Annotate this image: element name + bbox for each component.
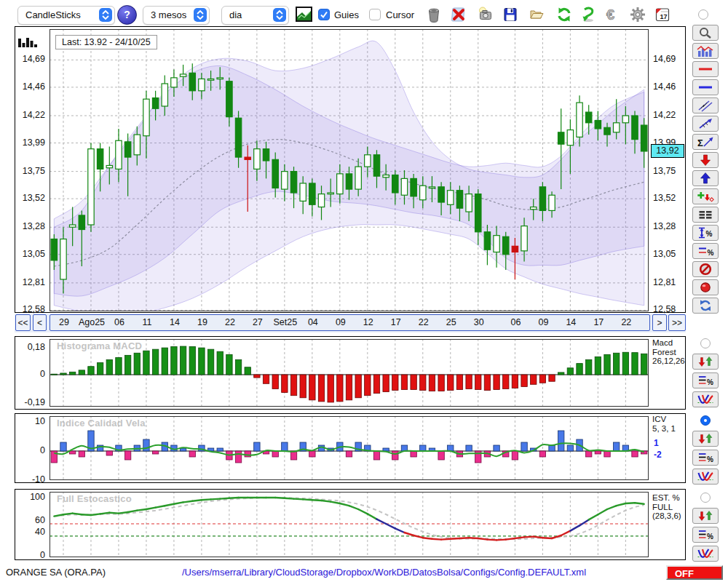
price-tick: 13,28 (23, 221, 45, 231)
macd-tick: -0,19 (25, 397, 46, 407)
macd-updown-arrows-button[interactable] (692, 354, 719, 370)
date-tick: 22 (225, 317, 235, 327)
settings-gear-icon[interactable] (629, 6, 646, 23)
date-tick: 12 (363, 317, 373, 327)
row-list-button[interactable] (692, 207, 719, 223)
zoom-icon (697, 26, 714, 39)
icv-value-1: 1 (654, 438, 659, 448)
scroll-next-button[interactable]: > (652, 314, 667, 331)
macd-lines-percent-3-button[interactable]: % (692, 372, 719, 388)
chart-type-select[interactable]: CandleSticks (17, 6, 115, 25)
stochastic-axis: 10060400 (16, 492, 47, 557)
up-arrow-icon (697, 172, 714, 185)
main-chart-plot[interactable] (50, 29, 649, 311)
current-price-tag: 13,92 (651, 144, 684, 158)
guies-checkbox[interactable] (318, 9, 330, 20)
symbol-label: ORANGE SA (ORA.PA) (6, 567, 106, 578)
mini-chart-icon[interactable] (296, 7, 313, 24)
indicator-stats-button[interactable] (692, 43, 719, 59)
sum-trend-button[interactable]: Σ (692, 134, 719, 150)
blue-horizontal-line-button[interactable] (692, 79, 719, 95)
stochastic-plot[interactable] (50, 492, 649, 557)
up-arrow-button[interactable] (692, 170, 719, 186)
period-value: 3 mesos (151, 9, 186, 20)
updown-arrows-icon (697, 355, 714, 368)
red-horizontal-line-button[interactable] (692, 61, 719, 77)
save-floppy-icon[interactable] (502, 6, 519, 23)
price-tick: 13,52 (653, 193, 676, 203)
price-tick: 13,28 (653, 221, 676, 231)
icv-lines-percent-3-button[interactable]: % (692, 450, 719, 466)
interval-select[interactable]: dia (221, 6, 289, 25)
toolbar-radio[interactable] (698, 9, 708, 20)
macd-panel-radio[interactable] (700, 338, 711, 348)
stoch-updown-arrows-button[interactable] (692, 508, 719, 524)
trend-arrow-button[interactable] (692, 116, 719, 132)
disable-icon (697, 263, 714, 276)
date-tick: Set25 (274, 317, 298, 327)
macd-oscillator-curve-button[interactable] (692, 391, 719, 407)
macd-tick: 0 (40, 369, 45, 379)
price-tick: 13,75 (23, 166, 45, 176)
refresh-icon[interactable] (555, 6, 573, 23)
date-tick: 17 (391, 317, 401, 327)
config-path-label: /Users/mserra/Library/CloudStorage/Dropb… (109, 567, 659, 578)
date-tick: 11 (142, 317, 151, 327)
scroll-first-button[interactable]: << (15, 314, 31, 331)
snapshot-camera-icon[interactable] (477, 6, 494, 23)
date-tick: 22 (621, 317, 631, 327)
stoch-lines-percent-3-button[interactable]: % (692, 527, 719, 543)
lines-percent-icon: % (697, 244, 714, 258)
date-tick: 14 (566, 317, 576, 327)
icv-axis: 100-10 (16, 416, 47, 480)
refresh-pair-button[interactable] (692, 298, 719, 314)
stoch-panel-radio[interactable] (700, 493, 711, 503)
lines-percent-button[interactable]: % (692, 243, 719, 259)
help-icon[interactable]: ? (117, 5, 137, 25)
delete-x-icon[interactable] (450, 6, 467, 23)
off-button[interactable]: OFF (666, 565, 723, 580)
sync-icon[interactable] (579, 6, 597, 23)
price-tick: 14,69 (653, 54, 676, 64)
updown-arrows-icon (697, 509, 714, 522)
date-tick: 22 (419, 317, 429, 327)
stoch-oscillator-curve-button[interactable] (692, 546, 719, 562)
zoom-button[interactable] (692, 25, 719, 41)
price-tick: 12,81 (23, 277, 45, 287)
price-tick: 14,46 (653, 81, 676, 92)
macd-plot[interactable] (50, 339, 649, 407)
interval-value: dia (229, 9, 242, 20)
record-button[interactable] (692, 279, 719, 295)
trend-channel-button[interactable] (692, 97, 719, 113)
icv-panel-radio[interactable] (700, 415, 711, 426)
refresh-pair-icon (697, 299, 714, 312)
icv-plot[interactable] (50, 416, 649, 480)
icv-oscillator-curve-button[interactable] (692, 469, 719, 485)
lines-percent-3-icon: % (697, 451, 714, 464)
oscillator-curve-icon (697, 470, 714, 483)
icv-tick: 0 (40, 445, 45, 455)
price-tick: 12,81 (653, 277, 676, 287)
add-signal-icon (697, 190, 714, 203)
stoch-tick: 40 (35, 527, 45, 537)
calendar-icon[interactable]: 17 (654, 6, 671, 23)
icv-updown-arrows-button[interactable] (692, 431, 719, 447)
disable-button[interactable] (692, 261, 719, 277)
add-signal-button[interactable] (692, 188, 719, 204)
euro-icon[interactable]: € (604, 6, 621, 23)
date-tick: 30 (474, 317, 484, 327)
updown-arrows-icon (697, 432, 714, 445)
scroll-last-button[interactable]: >> (668, 314, 686, 331)
period-select[interactable]: 3 mesos (143, 6, 210, 25)
icv-tick: 10 (35, 416, 45, 426)
trash-icon[interactable] (425, 6, 443, 23)
open-folder-icon[interactable] (528, 6, 545, 23)
cursor-checkbox[interactable] (369, 9, 381, 20)
price-tick: 13,52 (23, 193, 45, 203)
down-arrow-button[interactable] (692, 152, 719, 168)
date-tick: 09 (336, 317, 346, 327)
vertical-percent-button[interactable]: % (692, 225, 719, 241)
stochastic-right-label: EST. %FULL(28,3,6) (652, 493, 686, 521)
scroll-prev-button[interactable]: < (33, 314, 47, 331)
price-tick: 14,22 (653, 110, 676, 120)
